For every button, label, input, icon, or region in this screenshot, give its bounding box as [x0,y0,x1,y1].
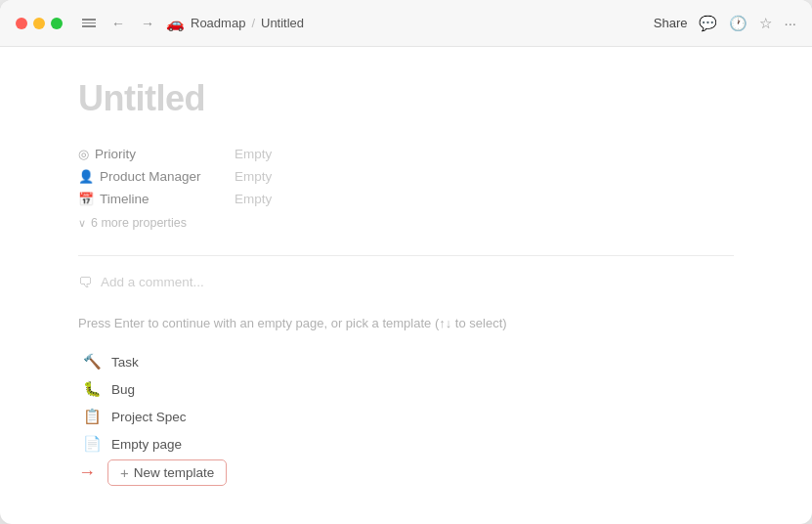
property-priority-name: Priority [95,147,136,161]
clock-icon: 🕐 [729,15,748,32]
history-button[interactable]: 🕐 [729,15,748,32]
property-timeline[interactable]: 📅 Timeline Empty [78,188,734,210]
more-options-button[interactable]: ··· [784,15,796,31]
template-bug-label: Bug [111,382,135,397]
template-item-bug[interactable]: 🐛 Bug [78,375,734,403]
comment-area[interactable]: 🗨 Add a comment... [78,268,734,296]
properties-section: ◎ Priority Empty 👤 Product Manager Empty… [78,143,734,243]
arrow-icon: → [78,462,96,483]
titlebar: ← → 🚗 Roadmap / Untitled Share 💬 🕐 ☆ ··· [0,0,812,47]
template-empty-page-label: Empty page [111,437,182,452]
bug-icon: 🐛 [82,380,102,398]
task-icon: 🔨 [82,353,102,371]
new-template-label: New template [134,465,215,480]
empty-page-icon: 📄 [82,435,102,453]
property-priority-label: ◎ Priority [78,147,235,161]
back-icon: ← [111,16,125,31]
main-content: Untitled ◎ Priority Empty 👤 Product Mana… [0,47,812,524]
property-timeline-name: Timeline [100,192,150,206]
breadcrumb-separator: / [251,16,255,30]
page-title[interactable]: Untitled [78,78,734,119]
template-hint: Press Enter to continue with an empty pa… [78,316,734,330]
template-list: 🔨 Task 🐛 Bug 📋 Project Spec 📄 Empty page… [78,348,734,486]
property-timeline-label: 📅 Timeline [78,192,235,206]
plus-icon: + [120,464,129,481]
add-comment-icon: 🗨 [78,274,93,290]
close-button[interactable] [16,18,27,29]
new-template-button[interactable]: + New template [107,459,227,486]
template-task-label: Task [111,355,139,370]
more-properties-label: 6 more properties [91,216,187,230]
property-product-manager-name: Product Manager [100,169,201,184]
breadcrumb: 🚗 Roadmap / Untitled [166,15,646,32]
more-options-icon: ··· [784,15,796,31]
property-product-manager-value: Empty [235,169,272,184]
divider [78,255,734,256]
breadcrumb-parent[interactable]: Roadmap [191,16,245,30]
template-item-task[interactable]: 🔨 Task [78,348,734,375]
traffic-lights [16,18,63,29]
favorite-button[interactable]: ☆ [759,15,772,32]
maximize-button[interactable] [51,18,63,29]
template-item-empty-page[interactable]: 📄 Empty page [78,430,734,458]
project-spec-icon: 📋 [82,408,102,425]
hamburger-icon [82,19,96,27]
forward-icon: → [141,16,154,31]
comments-button[interactable]: 💬 [699,15,717,32]
share-button[interactable]: Share [654,16,688,30]
property-priority[interactable]: ◎ Priority Empty [78,143,734,165]
back-button[interactable]: ← [107,14,129,33]
sidebar-toggle-button[interactable] [78,17,100,29]
window: ← → 🚗 Roadmap / Untitled Share 💬 🕐 ☆ ··· [0,0,812,524]
property-timeline-value: Empty [235,192,272,206]
priority-icon: ◎ [78,147,89,161]
breadcrumb-current: Untitled [261,16,304,30]
template-item-project-spec[interactable]: 📋 Project Spec [78,403,734,430]
more-properties-toggle[interactable]: ∨ 6 more properties [78,210,734,236]
new-template-row: → + New template [78,459,734,486]
comment-placeholder[interactable]: Add a comment... [101,275,204,289]
property-priority-value: Empty [235,147,272,161]
product-manager-icon: 👤 [78,169,94,184]
property-product-manager-label: 👤 Product Manager [78,169,235,184]
timeline-icon: 📅 [78,192,94,206]
property-product-manager[interactable]: 👤 Product Manager Empty [78,165,734,188]
chevron-down-icon: ∨ [78,217,86,230]
forward-button[interactable]: → [137,14,158,33]
titlebar-actions: Share 💬 🕐 ☆ ··· [654,15,796,32]
comment-icon: 💬 [699,15,717,32]
star-icon: ☆ [759,15,772,32]
breadcrumb-emoji: 🚗 [166,15,185,32]
minimize-button[interactable] [33,18,45,29]
template-project-spec-label: Project Spec [111,410,187,424]
